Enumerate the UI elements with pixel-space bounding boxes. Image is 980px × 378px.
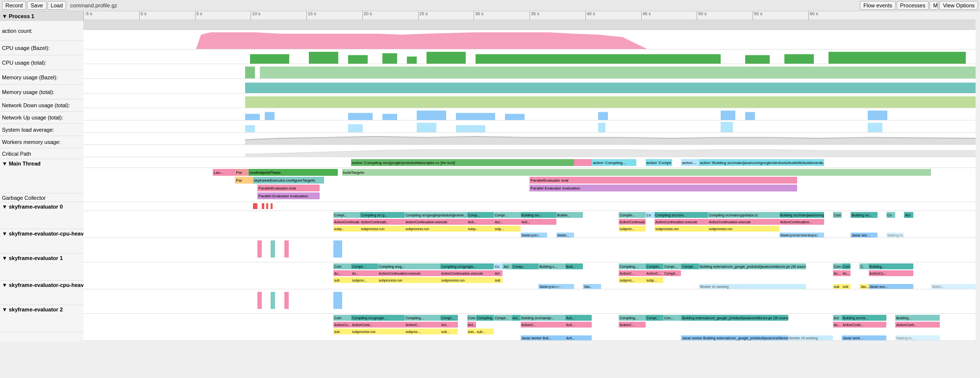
sfe1-ac6[interactable]: ActionC... (619, 270, 646, 276)
sfe0-wait3[interactable]: Waiting to borrow worker (779, 233, 824, 237)
sfe2-span17[interactable]: Building... (895, 315, 940, 321)
sfe1-span10[interactable]: Compiling... (619, 263, 646, 269)
sfe1-ac8[interactable]: Compil... (663, 270, 681, 276)
sfe2-javac1[interactable]: Javac worker Buil... (521, 335, 565, 340)
sfe0-sub8[interactable]: subprocess.run (708, 226, 779, 232)
sfe2-span15[interactable]: Act (833, 315, 842, 321)
sfe2-span7[interactable]: Compil... (494, 315, 511, 321)
sfe0-sub2[interactable]: subprocess.run (360, 226, 404, 232)
sfe2-ac1[interactable]: ActionCo... (333, 322, 351, 328)
sfe2-span12[interactable]: Compl... (646, 315, 663, 321)
sfe2-span14[interactable]: Building external/com_google_protobuf/ja… (681, 315, 788, 321)
sfe1-worker1[interactable]: Worker #1 working (699, 284, 806, 289)
tracks-column[interactable]: -5 s 0 s 5 s 10 s 15 s 20 s 25 s 30 s 35… (83, 11, 980, 341)
sfe0-span16[interactable]: Act (904, 212, 913, 218)
sfe1-span13[interactable]: Compil... (681, 263, 699, 269)
critical-path-span-1[interactable]: action 'Compiling src/google/protobuf/de… (351, 159, 574, 166)
sfe0-span13[interactable]: Com (833, 212, 842, 218)
sfe2-javac3[interactable]: Javac worker Building external/com_googl… (681, 335, 788, 340)
gc-span-2[interactable] (262, 203, 264, 209)
main-thread-span-configure[interactable]: skyframeExecutor.configureTargets (253, 177, 325, 184)
sfe1-wait1[interactable]: Waiting to... (538, 284, 574, 289)
sfe0-ac9[interactable]: ActionContinuation.execute (708, 219, 779, 225)
track-net-up[interactable] (83, 120, 976, 133)
sfe0-ac10[interactable]: ActionContinuation... (779, 219, 824, 225)
sfe0-span5[interactable]: Compl... (494, 212, 521, 218)
sfe0-span15[interactable]: Co (886, 212, 895, 218)
sfe2-ac7[interactable]: Acti... (565, 322, 592, 328)
sfe0-span9[interactable]: Co (646, 212, 654, 218)
cpu-heavy0-bar4[interactable] (333, 240, 342, 258)
sfe1-ac1[interactable]: Ac... (333, 270, 351, 276)
sfe2-sub5[interactable]: sub... (467, 329, 476, 334)
sfe2-ac10[interactable]: ActionConti... (842, 322, 886, 328)
track-main-thread[interactable]: Lau... Par Par runAnalysisPhase skyframe… (83, 168, 976, 202)
m-button[interactable]: M (930, 1, 938, 10)
load-button[interactable]: Load (48, 1, 66, 10)
track-workers-mem[interactable] (83, 145, 976, 157)
sfe0-ac7[interactable]: ActionContinuati... (619, 219, 646, 225)
critical-path-span-3[interactable]: action 'Compiling... (592, 159, 636, 166)
track-skyframe-cpu-heavy-0[interactable] (83, 238, 976, 262)
critical-path-span-2[interactable] (574, 159, 592, 166)
sfe1-sub6[interactable]: subproc... (619, 277, 646, 283)
sfe0-span7[interactable]: Buildin... (556, 212, 583, 218)
sfe1-span6[interactable]: Act (503, 263, 511, 269)
sfe2-span11[interactable]: Compiling... (619, 315, 646, 321)
sfe1-span8[interactable]: Building s... (538, 263, 565, 269)
gc-span-4[interactable] (271, 203, 273, 209)
sfe1-span3[interactable]: Compiling arsg... (378, 263, 440, 269)
sfe0-sub4[interactable]: subp... (467, 226, 494, 232)
main-thread-span-parallelevaleval1[interactable]: Parallel Evaluator evaluation (257, 192, 320, 199)
sfe0-wait1[interactable]: Waiting to... (521, 233, 548, 237)
track-skyframe-cpu-heavy-1[interactable] (83, 289, 976, 314)
sfe2-span4[interactable]: Compi... (440, 315, 458, 321)
sfe1-ac5[interactable]: Act (494, 270, 503, 276)
track-skyframe-eval-0[interactable]: Compl... Compiling src:g... Compiling sr… (83, 211, 976, 238)
sfe1-ac11[interactable]: ActionCo... (869, 270, 913, 276)
sfe2-ac8[interactable]: ActionC... (619, 322, 646, 328)
sfe0-ac8[interactable]: ActionContinuation.execute (654, 219, 708, 225)
sfe1-sub5[interactable]: sub (494, 277, 503, 283)
record-button[interactable]: Record (2, 1, 26, 10)
sfe0-wait2[interactable]: Waitin... (556, 233, 574, 237)
sfe2-sub1[interactable]: sub (333, 329, 351, 334)
main-thread-span-paralleleval1[interactable]: ParallelEvaluator.eval (257, 185, 320, 191)
sfe0-ac3[interactable]: ActionContinuation.execute (404, 219, 467, 225)
main-thread-span-runanalysis[interactable]: runAnalysisPhase (249, 169, 338, 176)
sfe2-ac4[interactable]: Act... (440, 322, 458, 328)
cpu-heavy1-bar1[interactable] (257, 292, 262, 309)
sfe1-span5[interactable]: Co (494, 263, 503, 269)
sfe2-span13[interactable]: Con... (663, 315, 681, 321)
save-button[interactable]: Save (27, 1, 46, 10)
sfe1-sub4[interactable]: subprocess.run (440, 277, 494, 283)
sfe2-span9[interactable]: Building src/main/je... (521, 315, 565, 321)
track-skyframe-eval-1[interactable]: Com Compli... Compiling arsg... Compilin… (83, 262, 976, 289)
sfe1-span1[interactable]: Com (333, 263, 351, 269)
sfe0-span12[interactable]: Building src/main/java/com/go... (779, 212, 824, 218)
sfe2-sub2[interactable]: subprocess.run (351, 329, 404, 334)
sfe0-ac4[interactable]: Acti... (467, 219, 494, 225)
sfe1-span7[interactable]: Compl... (512, 263, 539, 269)
sfe0-span2[interactable]: Compiling src:g... (360, 212, 404, 218)
sfe2-wait1[interactable]: Waiting to... (895, 335, 940, 340)
sfe1-sub7[interactable]: subp... (646, 277, 663, 283)
sfe2-sub4[interactable]: sub... (440, 329, 458, 334)
flow-events-button[interactable]: Flow events (860, 1, 896, 10)
sfe0-span11[interactable]: Compiling src/main/cpp/blaze.cc (708, 212, 779, 218)
cpu-heavy1-bar3[interactable] (284, 292, 289, 309)
sfe1-span2[interactable]: Compli... (351, 263, 378, 269)
sfe1-wait2[interactable]: Wai... (583, 284, 601, 289)
sfe0-span1[interactable]: Compl... (333, 212, 360, 218)
main-thread-span-build-targets[interactable]: buildTargets (342, 169, 931, 176)
track-cpu-bazel[interactable] (83, 49, 976, 64)
track-critical-path[interactable]: action 'Compiling src/google/protobuf/de… (83, 157, 976, 168)
sfe2-sub3[interactable]: subproc... (404, 329, 440, 334)
sfe2-ac5[interactable]: Act... (467, 322, 476, 328)
sfe0-sub3[interactable]: subprocess.run (404, 226, 467, 232)
cpu-heavy1-bar2[interactable] (271, 292, 275, 309)
sfe1-sub3[interactable]: subprocess.run (378, 277, 440, 283)
sfe0-ac6[interactable]: Acti... (521, 219, 556, 225)
sfe1-span16[interactable]: Com (842, 263, 851, 269)
sfe1-ac7[interactable]: ActionC... (646, 270, 663, 276)
